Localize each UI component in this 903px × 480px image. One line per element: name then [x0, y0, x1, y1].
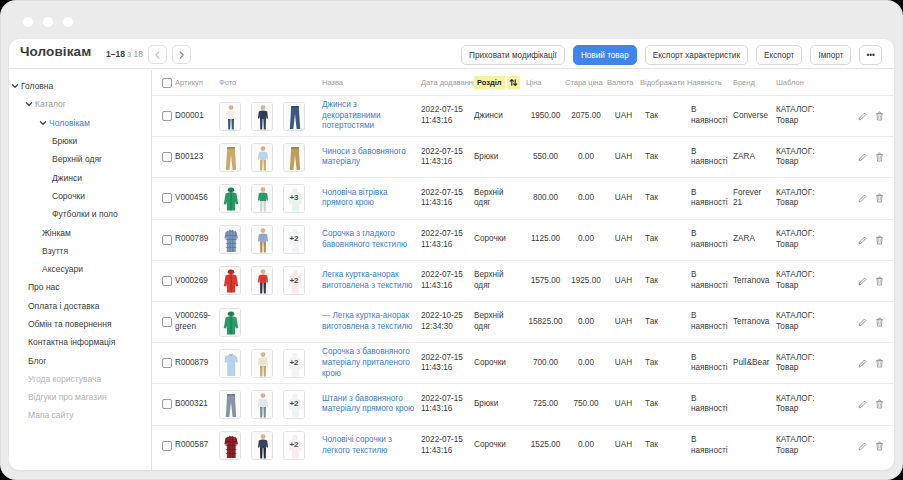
product-name-link[interactable]: Штани з бавовняного матеріалу прямого кр…: [322, 394, 414, 414]
product-photo[interactable]: [219, 225, 241, 254]
product-photo[interactable]: [251, 102, 273, 131]
sidebar-item-6[interactable]: Джинси: [9, 168, 151, 186]
sidebar-item-10[interactable]: Взуття: [9, 242, 151, 260]
row-checkbox[interactable]: [162, 111, 172, 121]
product-photo[interactable]: [251, 184, 273, 213]
sidebar-item-13[interactable]: Оплата і доставка: [9, 297, 151, 315]
product-name-link[interactable]: Чиноси з бавовняного матеріалу: [322, 147, 406, 167]
chevron-down-icon[interactable]: [39, 119, 47, 127]
sidebar-item-2[interactable]: Каталог: [9, 95, 151, 113]
window-dot[interactable]: [23, 17, 33, 27]
product-photo[interactable]: [219, 102, 241, 131]
sidebar-item-4[interactable]: Брюки: [9, 132, 151, 150]
delete-button[interactable]: [875, 111, 884, 121]
cell-name[interactable]: Сорочка з гладкого бавовняного текстилю: [322, 229, 421, 250]
cell-name[interactable]: Чоловічі сорочки з легкого текстилю: [322, 435, 421, 456]
sidebar-item-16[interactable]: Блог: [9, 351, 151, 369]
edit-button[interactable]: [858, 441, 867, 451]
column-header-availability[interactable]: Наявність: [687, 78, 733, 88]
cell-name[interactable]: — Легка куртка-анорак виготовлена з текс…: [322, 311, 421, 332]
prev-page-button[interactable]: [148, 45, 167, 64]
export-button[interactable]: Експорт: [756, 45, 802, 65]
more-photos-badge[interactable]: +2: [283, 431, 305, 460]
export-characteristics-button[interactable]: Експорт характеристик: [645, 45, 748, 65]
cell-name[interactable]: Легка куртка-анорак виготовлена з тексти…: [322, 270, 421, 291]
product-photo[interactable]: [251, 431, 273, 460]
sidebar-item-11[interactable]: Аксесуари: [9, 260, 151, 278]
edit-button[interactable]: [858, 276, 867, 286]
product-photo[interactable]: [219, 431, 241, 460]
product-name-link[interactable]: Легка куртка-анорак виготовлена з тексти…: [322, 270, 412, 290]
product-photo[interactable]: [219, 390, 241, 419]
row-checkbox[interactable]: [162, 358, 172, 368]
sidebar-item-14[interactable]: Обмін та повернення: [9, 315, 151, 333]
cell-name[interactable]: Джинси з декоративними потертостями: [322, 100, 421, 132]
edit-button[interactable]: [858, 111, 867, 121]
import-button[interactable]: Імпорт: [810, 45, 851, 65]
sidebar-item-9[interactable]: Жінкам: [9, 223, 151, 241]
row-checkbox[interactable]: [162, 441, 172, 451]
product-name-link[interactable]: Сорочка з гладкого бавовняного текстилю: [322, 229, 407, 249]
product-photo[interactable]: [219, 143, 241, 172]
more-photos-badge[interactable]: +2: [283, 349, 305, 378]
edit-button[interactable]: [858, 317, 867, 327]
sort-icon[interactable]: [507, 76, 520, 89]
sidebar-item-17[interactable]: Угода користувача: [9, 370, 151, 388]
delete-button[interactable]: [875, 358, 884, 368]
new-product-button[interactable]: Новий товар: [573, 45, 637, 65]
sidebar-item-5[interactable]: Верхній одяг: [9, 150, 151, 168]
chevron-down-icon[interactable]: [11, 82, 19, 90]
cell-name[interactable]: Чоловіча вітрівка прямого крою: [322, 188, 421, 209]
product-photo[interactable]: [219, 266, 241, 295]
hide-modifications-button[interactable]: Приховати модифікації: [461, 45, 565, 65]
column-header-date[interactable]: Дата додавання: [421, 78, 474, 88]
product-photo[interactable]: [219, 184, 241, 213]
chevron-down-icon[interactable]: [25, 100, 33, 108]
cell-name[interactable]: Сорочка з бавовняного матеріалу притален…: [322, 347, 421, 379]
delete-button[interactable]: [875, 193, 884, 203]
product-photo[interactable]: [283, 143, 305, 172]
more-menu-button[interactable]: •••: [859, 45, 882, 65]
product-photo[interactable]: [283, 102, 305, 131]
column-header-display[interactable]: Відображати: [640, 78, 687, 88]
delete-button[interactable]: [875, 235, 884, 245]
product-photo[interactable]: [251, 266, 273, 295]
more-photos-badge[interactable]: +2: [283, 225, 305, 254]
column-header-price[interactable]: Ціна: [526, 78, 565, 88]
next-page-button[interactable]: [172, 45, 191, 64]
cell-name[interactable]: Штани з бавовняного матеріалу прямого кр…: [322, 394, 421, 415]
product-name-link[interactable]: Джинси з декоративними потертостями: [322, 100, 380, 130]
product-name-link[interactable]: — Легка куртка-анорак виготовлена з текс…: [322, 311, 412, 331]
row-checkbox[interactable]: [162, 399, 172, 409]
select-all-checkbox[interactable]: [162, 78, 172, 88]
column-header-article[interactable]: Артикул: [175, 78, 219, 88]
cell-name[interactable]: Чиноси з бавовняного матеріалу: [322, 147, 421, 168]
edit-button[interactable]: [858, 399, 867, 409]
row-checkbox[interactable]: [162, 193, 172, 203]
sidebar-item-1[interactable]: Головна: [9, 77, 151, 95]
product-photo[interactable]: [219, 349, 241, 378]
product-name-link[interactable]: Чоловіча вітрівка прямого крою: [322, 188, 387, 208]
row-checkbox[interactable]: [162, 317, 172, 327]
row-checkbox[interactable]: [162, 152, 172, 162]
column-header-template[interactable]: Шаблон: [776, 78, 852, 88]
column-header-photo[interactable]: Фото: [219, 78, 322, 88]
sidebar-item-8[interactable]: Футболки и поло: [9, 205, 151, 223]
column-header-brand[interactable]: Бренд: [733, 78, 776, 88]
product-photo[interactable]: [251, 349, 273, 378]
row-checkbox[interactable]: [162, 235, 172, 245]
sidebar-item-15[interactable]: Контактна інформація: [9, 333, 151, 351]
sidebar-item-19[interactable]: Мапа сайту: [9, 406, 151, 424]
sidebar-item-12[interactable]: Про нас: [9, 278, 151, 296]
product-photo[interactable]: [219, 308, 241, 337]
sidebar-item-18[interactable]: Відгуки про магазин: [9, 388, 151, 406]
product-photo[interactable]: [251, 143, 273, 172]
window-dot[interactable]: [63, 17, 73, 27]
more-photos-badge[interactable]: +3: [283, 184, 305, 213]
more-photos-badge[interactable]: +2: [283, 266, 305, 295]
edit-button[interactable]: [858, 193, 867, 203]
window-dot[interactable]: [43, 17, 53, 27]
delete-button[interactable]: [875, 276, 884, 286]
column-header-currency[interactable]: Валюта: [607, 78, 640, 88]
product-name-link[interactable]: Чоловічі сорочки з легкого текстилю: [322, 435, 392, 455]
